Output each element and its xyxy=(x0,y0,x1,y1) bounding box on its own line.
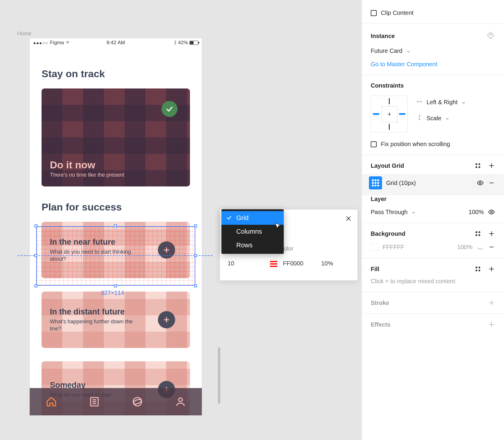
svg-point-38 xyxy=(476,270,477,271)
svg-point-37 xyxy=(479,267,480,268)
blend-mode-select[interactable]: Pass Through xyxy=(371,209,408,216)
chevron-down-icon[interactable] xyxy=(462,100,465,104)
battery-icon xyxy=(189,41,198,45)
dropdown-item-label: Columns xyxy=(236,228,262,235)
grid-item-label[interactable]: Grid (10px) xyxy=(386,180,416,186)
effects-label: Effects xyxy=(371,321,391,328)
status-left: ●●●○○ Figma ᯤ xyxy=(33,40,71,46)
frame-label[interactable]: Home xyxy=(17,31,31,37)
chevron-down-icon[interactable] xyxy=(407,49,410,53)
visibility-icon[interactable] xyxy=(477,179,484,186)
signal-icon: ●●●○○ xyxy=(33,40,48,45)
cursor-icon xyxy=(274,222,282,231)
remove-icon[interactable] xyxy=(488,243,495,251)
svg-point-12 xyxy=(178,398,182,402)
hero-card[interactable]: Do it now There's no time like the prese… xyxy=(42,88,190,186)
add-icon[interactable] xyxy=(488,230,495,237)
constraint-v-select[interactable]: Scale xyxy=(427,115,441,122)
style-icon[interactable] xyxy=(474,230,481,237)
plan-title: In the near future xyxy=(50,238,139,247)
close-icon[interactable] xyxy=(345,215,352,223)
section-title-plan: Plan for success xyxy=(42,201,190,213)
tab-home-icon[interactable] xyxy=(46,396,57,407)
horizontal-icon xyxy=(416,99,422,106)
status-bar: ●●●○○ Figma ᯤ 9:42 AM ᛒ 42% xyxy=(30,38,202,47)
phone-content: Stay on track Do it now There's no time … xyxy=(30,47,202,415)
constraints-label: Constraints xyxy=(371,82,404,89)
bluetooth-icon: ᛒ xyxy=(174,40,177,46)
background-label: Background xyxy=(371,230,405,237)
goto-master-link[interactable]: Go to Master Component xyxy=(371,61,438,67)
grid-size-value[interactable]: 10 xyxy=(228,260,234,267)
clip-content-row[interactable]: Clip Content xyxy=(371,10,495,16)
dropdown-item-label: Rows xyxy=(236,241,253,249)
svg-point-28 xyxy=(476,235,477,236)
bg-hex[interactable]: FFFFFF xyxy=(383,244,404,251)
constraints-widget[interactable]: + xyxy=(371,96,408,132)
hero-subtitle: There's no time like the present xyxy=(50,172,182,178)
checkbox-icon[interactable] xyxy=(371,10,377,16)
svg-point-23 xyxy=(479,182,481,184)
bg-opacity[interactable]: 100% xyxy=(457,244,473,251)
svg-point-27 xyxy=(479,232,480,233)
plan-card-distant[interactable]: In the distant future What's happening f… xyxy=(42,292,190,348)
add-icon[interactable] xyxy=(488,299,495,306)
tab-globe-icon[interactable] xyxy=(132,396,143,407)
svg-line-34 xyxy=(482,249,483,249)
clip-content-label: Clip Content xyxy=(381,10,413,16)
style-icon[interactable] xyxy=(474,265,481,273)
svg-point-36 xyxy=(476,267,477,268)
grid-style-icon[interactable] xyxy=(474,162,481,169)
section-title-stay: Stay on track xyxy=(42,68,190,80)
remove-grid-icon[interactable] xyxy=(488,179,495,186)
svg-point-25 xyxy=(491,211,492,213)
tab-bar xyxy=(30,388,202,415)
carrier-label: Figma xyxy=(50,40,64,46)
fill-placeholder: Click + to replace mixed content. xyxy=(371,278,495,285)
scrollbar[interactable] xyxy=(218,347,220,404)
color-swatch[interactable] xyxy=(270,259,278,267)
alignment-guide xyxy=(18,255,213,256)
add-button[interactable] xyxy=(158,241,175,259)
add-grid-icon[interactable] xyxy=(488,162,495,169)
visibility-hidden-icon[interactable] xyxy=(477,243,484,251)
constraint-h-select[interactable]: Left & Right xyxy=(427,99,458,106)
tab-list-icon[interactable] xyxy=(89,396,100,407)
tab-profile-icon[interactable] xyxy=(175,396,186,407)
svg-point-17 xyxy=(476,164,477,165)
add-icon[interactable] xyxy=(488,265,495,273)
wifi-icon: ᯤ xyxy=(66,40,71,46)
dropdown-item-rows[interactable]: Rows xyxy=(221,238,284,252)
add-icon[interactable] xyxy=(488,321,495,328)
chevron-down-icon[interactable] xyxy=(446,116,449,120)
layer-label: Layer xyxy=(371,196,386,202)
grid-color-hex[interactable]: FF0000 xyxy=(283,260,303,267)
check-icon[interactable] xyxy=(161,101,177,117)
layer-opacity-value[interactable]: 100% xyxy=(469,209,484,216)
status-right: ᛒ 42% xyxy=(174,40,198,46)
checkbox-icon[interactable] xyxy=(371,141,377,147)
svg-point-39 xyxy=(479,270,480,271)
instance-label: Instance xyxy=(371,33,395,39)
add-button[interactable] xyxy=(158,311,175,328)
fix-position-row[interactable]: Fix position when scrolling xyxy=(371,141,495,148)
grid-color-opacity[interactable]: 10% xyxy=(321,260,333,267)
svg-line-32 xyxy=(478,249,478,249)
plan-subtitle: What's happening further down the line? xyxy=(50,318,139,332)
instance-name[interactable]: Future Card xyxy=(371,48,402,54)
plan-title: In the distant future xyxy=(50,307,139,316)
chevron-down-icon[interactable] xyxy=(412,210,415,214)
hero-title: Do it now xyxy=(50,159,182,171)
svg-point-19 xyxy=(476,167,477,168)
phone-frame[interactable]: ●●●○○ Figma ᯤ 9:42 AM ᛒ 42% Stay on trac… xyxy=(30,38,202,415)
reset-instance-icon[interactable] xyxy=(486,31,495,41)
grid-type-dropdown[interactable]: Grid Columns Rows xyxy=(221,209,284,254)
plan-card-near[interactable]: In the near future What do you need to s… xyxy=(42,222,190,278)
color-swatch[interactable] xyxy=(371,243,378,251)
properties-panel: Clip Content Instance Future Card Go to … xyxy=(362,0,504,440)
grid-type-icon[interactable] xyxy=(369,176,382,189)
svg-point-26 xyxy=(476,232,477,233)
visibility-icon[interactable] xyxy=(488,208,495,216)
selection-dimensions: 327×114 xyxy=(101,289,124,296)
stroke-label: Stroke xyxy=(371,300,389,306)
